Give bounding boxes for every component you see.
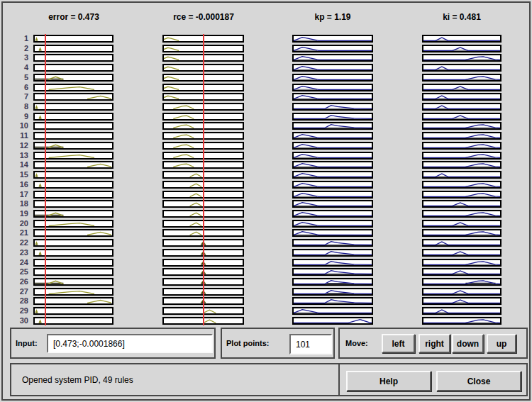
column-header-kp: kp = 1.19 <box>290 12 375 23</box>
mf-plot-cell <box>422 268 501 276</box>
rule-row: 17 <box>3 190 529 200</box>
mf-plot-cell <box>292 229 373 237</box>
rule-number: 23 <box>3 248 28 257</box>
input-group: Input: [0.473;-0.0001866] <box>10 328 216 359</box>
rule-number: 17 <box>3 190 28 199</box>
mf-plot-cell <box>422 74 501 82</box>
mf-plot-cell <box>422 297 501 305</box>
rule-row: 4 <box>3 63 529 73</box>
rule-row: 12 <box>3 141 529 151</box>
column-header-error: error = 0.473 <box>31 12 116 23</box>
mf-plot-cell <box>292 74 373 82</box>
rule-row: 2 <box>3 44 529 54</box>
close-button[interactable]: Close <box>436 371 521 391</box>
input-field[interactable]: [0.473;-0.0001866] <box>47 334 213 353</box>
rule-row: 21 <box>3 228 529 238</box>
help-button[interactable]: Help <box>346 371 431 391</box>
rule-number: 7 <box>3 92 28 101</box>
rule-number: 27 <box>3 287 28 296</box>
rule-number: 25 <box>3 267 28 277</box>
mf-plot-cell <box>422 181 501 189</box>
mf-plot-cell <box>292 307 373 315</box>
mf-plot-cell <box>422 210 501 218</box>
move-up-button[interactable]: up <box>487 334 516 353</box>
rule-number: 1 <box>3 34 28 43</box>
rule-row: 28 <box>3 296 529 306</box>
rule-number: 6 <box>3 83 28 92</box>
rule-number: 29 <box>3 306 28 316</box>
mf-plot-cell <box>292 288 373 296</box>
rule-number: 15 <box>3 170 28 179</box>
mf-plot-cell <box>292 122 373 130</box>
move-right-button[interactable]: right <box>419 334 450 353</box>
mf-plot-cell <box>422 278 501 286</box>
move-left-button[interactable]: left <box>382 334 415 353</box>
error-input-line[interactable] <box>45 34 46 325</box>
move-group: Move: left right down up <box>338 328 528 359</box>
mf-plot-cell <box>422 103 501 111</box>
rule-number: 28 <box>3 296 28 306</box>
mf-plot-cell <box>422 200 501 208</box>
rule-number: 12 <box>3 141 28 150</box>
rule-number: 26 <box>3 277 28 286</box>
mf-plot-cell <box>292 142 373 150</box>
mf-plot-cell <box>422 307 501 315</box>
mf-plot-cell <box>292 45 373 52</box>
mf-plot-cell <box>422 84 501 91</box>
rule-row: 19 <box>3 209 529 219</box>
mf-plot-cell <box>422 132 501 140</box>
mf-plot-cell <box>422 191 501 199</box>
mf-plot-cell <box>292 181 373 189</box>
mf-plot-cell <box>292 171 373 179</box>
input-label: Input: <box>16 339 38 347</box>
rule-row: 24 <box>3 258 529 268</box>
mf-plot-cell <box>422 229 501 237</box>
mf-plot-cell <box>292 113 373 121</box>
plot-points-label: Plot points: <box>226 339 270 347</box>
rule-row: 6 <box>3 83 529 93</box>
mf-plot-cell <box>422 64 501 72</box>
rule-row: 20 <box>3 219 529 229</box>
status-message: Opened system PID, 49 rules <box>22 364 133 395</box>
plot-points-group: Plot points: 101 <box>221 328 335 359</box>
rule-number: 3 <box>3 53 28 62</box>
plot-points-field[interactable]: 101 <box>289 334 332 354</box>
mf-plot-cell <box>292 239 373 247</box>
rule-row: 26 <box>3 277 529 287</box>
rule-number: 19 <box>3 209 28 218</box>
mf-plot-cell <box>292 317 373 325</box>
rule-row: 23 <box>3 248 529 258</box>
mf-plot-cell <box>422 152 501 160</box>
move-down-button[interactable]: down <box>452 334 484 353</box>
mf-plot-cell <box>292 93 373 101</box>
mf-plot-cell <box>422 171 501 179</box>
mf-plot-cell <box>292 152 373 160</box>
mf-plot-cell <box>292 191 373 199</box>
mf-plot-cell <box>422 249 501 257</box>
mf-plot-cell <box>422 317 501 325</box>
mf-plot-cell <box>422 220 501 228</box>
rule-number: 21 <box>3 228 28 238</box>
mf-plot-cell <box>292 268 373 276</box>
rule-number: 13 <box>3 151 28 160</box>
mf-plot-cell <box>422 142 501 150</box>
rule-number: 14 <box>3 160 28 169</box>
rule-row: 13 <box>3 151 529 161</box>
rule-number: 30 <box>3 316 28 325</box>
mf-plot-cell <box>292 64 373 72</box>
rule-number: 20 <box>3 219 28 228</box>
status-bar: Opened system PID, 49 rules <box>10 363 340 396</box>
mf-plot-cell <box>292 200 373 208</box>
rule-row: 5 <box>3 73 529 83</box>
mf-plot-cell <box>292 210 373 218</box>
rce-input-line[interactable] <box>203 34 204 325</box>
mf-plot-cell <box>292 103 373 111</box>
rule-row: 10 <box>3 121 529 131</box>
rule-number: 4 <box>3 63 28 72</box>
move-label: Move: <box>345 339 368 347</box>
mf-plot-cell <box>292 259 373 267</box>
mf-plot-cell <box>422 259 501 267</box>
rule-row: 9 <box>3 112 529 122</box>
rule-row: 25 <box>3 267 529 277</box>
rule-number: 11 <box>3 131 28 140</box>
